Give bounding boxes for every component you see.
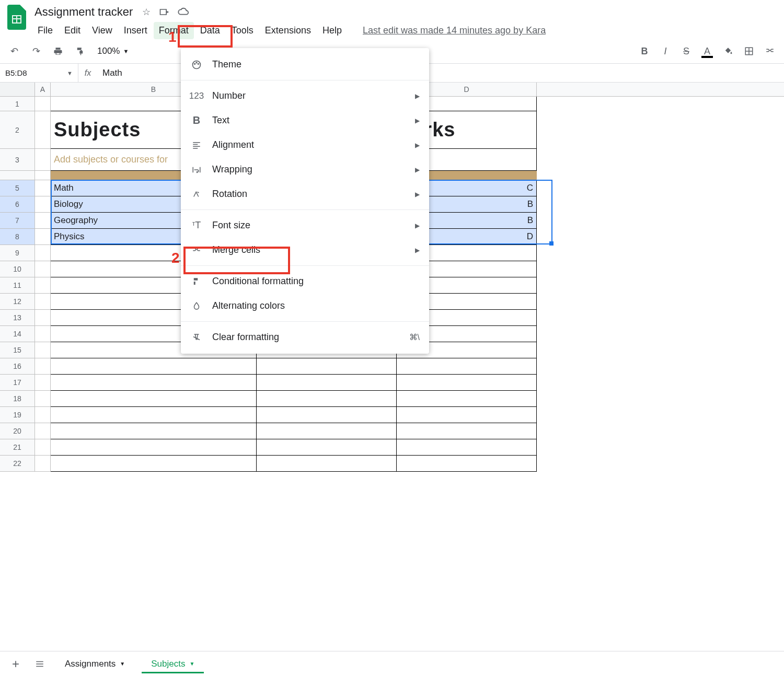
bold-icon: B xyxy=(190,114,203,126)
dd-clear[interactable]: Clear formatting⌘\ xyxy=(181,325,429,349)
fx-icon: fx xyxy=(78,68,97,78)
formula-bar[interactable]: Math xyxy=(97,68,128,78)
dd-conditional[interactable]: Conditional formatting xyxy=(181,269,429,294)
row-header-21[interactable]: 21 xyxy=(0,439,35,456)
italic-button[interactable]: I xyxy=(656,42,674,60)
row-header-2[interactable]: 2 xyxy=(0,111,35,149)
dd-merge[interactable]: Merge cells▶ xyxy=(181,238,429,262)
menu-insert[interactable]: Insert xyxy=(119,22,153,39)
row-header-1[interactable]: 1 xyxy=(0,97,35,111)
row-header-3[interactable]: 3 xyxy=(0,149,35,171)
paint-format-button[interactable] xyxy=(71,42,89,60)
format-dropdown: Theme 123Number▶ BText▶ Alignment▶ Wrapp… xyxy=(181,48,429,354)
chevron-right-icon: ▶ xyxy=(415,166,420,173)
row-header-17[interactable]: 17 xyxy=(0,375,35,391)
annotation-number-2: 2 xyxy=(171,250,180,266)
redo-button[interactable]: ↷ xyxy=(27,42,45,60)
dd-wrapping[interactable]: Wrapping▶ xyxy=(181,157,429,182)
menu-file[interactable]: File xyxy=(32,22,58,39)
chevron-right-icon: ▶ xyxy=(415,142,420,149)
annotation-number-1: 1 xyxy=(168,29,177,45)
text-color-button[interactable]: A xyxy=(698,42,716,60)
move-icon[interactable] xyxy=(159,6,169,18)
svg-point-3 xyxy=(196,62,197,63)
droplet-icon xyxy=(190,301,203,311)
sheets-logo[interactable] xyxy=(6,4,27,30)
last-edit-link[interactable]: Last edit was made 14 minutes ago by Kar… xyxy=(363,25,546,36)
print-button[interactable] xyxy=(49,42,67,60)
bold-button[interactable]: B xyxy=(636,42,653,60)
dd-number[interactable]: 123Number▶ xyxy=(181,84,429,108)
chevron-right-icon: ▶ xyxy=(415,247,420,254)
row-header-18[interactable]: 18 xyxy=(0,391,35,407)
row-header-4[interactable] xyxy=(0,171,35,180)
row-header-19[interactable]: 19 xyxy=(0,407,35,423)
row-header-11[interactable]: 11 xyxy=(0,277,35,294)
merge-icon xyxy=(190,246,203,255)
menu-edit[interactable]: Edit xyxy=(59,22,86,39)
dd-alignment[interactable]: Alignment▶ xyxy=(181,133,429,157)
row-header-10[interactable]: 10 xyxy=(0,261,35,277)
row-header-5[interactable]: 5 xyxy=(0,180,35,196)
menu-view[interactable]: View xyxy=(87,22,118,39)
col-header-a[interactable]: A xyxy=(35,83,51,96)
palette-icon xyxy=(190,60,203,70)
row-header-15[interactable]: 15 xyxy=(0,342,35,358)
dd-fontsize[interactable]: тTFont size▶ xyxy=(181,213,429,238)
doc-title[interactable]: Assignment tracker xyxy=(32,4,135,20)
row-header-9[interactable]: 9 xyxy=(0,245,35,261)
clear-icon xyxy=(190,333,203,342)
dd-alternating[interactable]: Alternating colors xyxy=(181,294,429,318)
chevron-right-icon: ▶ xyxy=(415,92,420,100)
chevron-right-icon: ▶ xyxy=(415,222,420,229)
merge-button[interactable] xyxy=(761,42,779,60)
dd-text[interactable]: BText▶ xyxy=(181,108,429,133)
wrap-icon xyxy=(190,165,203,174)
star-icon[interactable]: ☆ xyxy=(142,6,151,18)
dd-theme[interactable]: Theme xyxy=(181,52,429,77)
rotation-icon xyxy=(190,190,203,199)
conditional-icon xyxy=(190,277,203,286)
row-header-8[interactable]: 8 xyxy=(0,229,35,245)
dd-rotation[interactable]: Rotation▶ xyxy=(181,182,429,206)
row-header-16[interactable]: 16 xyxy=(0,358,35,375)
select-all-corner[interactable] xyxy=(0,83,35,96)
menu-tools[interactable]: Tools xyxy=(226,22,259,39)
name-box[interactable]: B5:D8▼ xyxy=(0,64,78,82)
chevron-right-icon: ▶ xyxy=(415,117,420,124)
align-icon xyxy=(190,141,203,150)
row-header-12[interactable]: 12 xyxy=(0,294,35,310)
number-icon: 123 xyxy=(190,91,203,101)
undo-button[interactable]: ↶ xyxy=(5,42,23,60)
fill-color-button[interactable] xyxy=(719,42,737,60)
menu-data[interactable]: Data xyxy=(195,22,225,39)
zoom-select[interactable]: 100% ▼ xyxy=(93,46,133,56)
svg-point-2 xyxy=(194,63,195,64)
menu-help[interactable]: Help xyxy=(317,22,347,39)
svg-point-4 xyxy=(198,63,199,64)
fontsize-icon: тT xyxy=(190,220,203,231)
row-header-13[interactable]: 13 xyxy=(0,310,35,326)
borders-button[interactable] xyxy=(740,42,758,60)
strike-button[interactable]: S xyxy=(677,42,695,60)
row-header-7[interactable]: 7 xyxy=(0,213,35,229)
row-header-6[interactable]: 6 xyxy=(0,196,35,213)
chevron-right-icon: ▶ xyxy=(415,191,420,198)
row-header-14[interactable]: 14 xyxy=(0,326,35,342)
menu-extensions[interactable]: Extensions xyxy=(260,22,316,39)
row-header-20[interactable]: 20 xyxy=(0,423,35,439)
cloud-icon[interactable] xyxy=(178,6,189,18)
row-header-22[interactable]: 22 xyxy=(0,456,35,472)
